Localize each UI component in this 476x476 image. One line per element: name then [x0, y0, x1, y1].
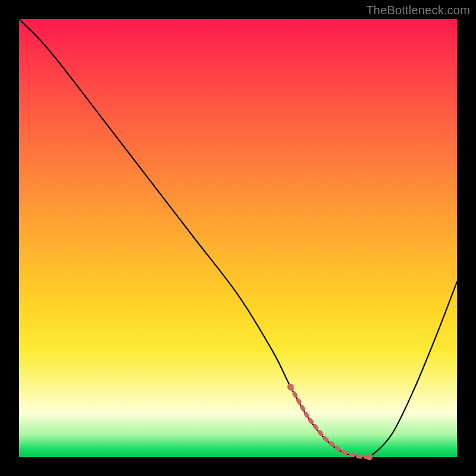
optimal-range-marker [290, 387, 369, 457]
chart-canvas: TheBottleneck.com [0, 0, 476, 476]
curve-layer [19, 19, 457, 457]
watermark-text: TheBottleneck.com [366, 4, 470, 17]
optimal-range-end-dot [366, 454, 372, 461]
optimal-range-start-dot [287, 384, 294, 390]
bottleneck-curve [19, 19, 457, 459]
